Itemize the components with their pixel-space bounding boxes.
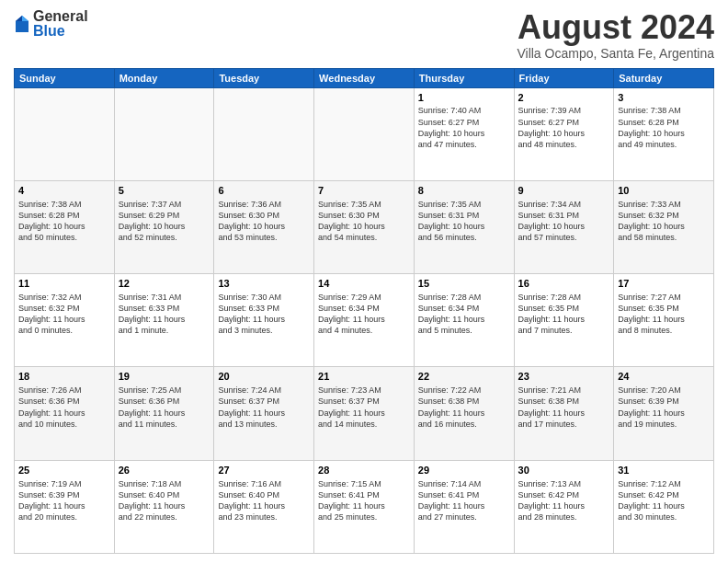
- calendar-week-row: 18Sunrise: 7:26 AM Sunset: 6:36 PM Dayli…: [15, 367, 714, 460]
- month-year-title: August 2024: [517, 9, 714, 46]
- day-detail: Sunrise: 7:35 AM Sunset: 6:31 PM Dayligh…: [418, 199, 510, 244]
- day-number: 18: [18, 370, 110, 384]
- table-row: 15Sunrise: 7:28 AM Sunset: 6:34 PM Dayli…: [414, 274, 514, 367]
- day-number: 13: [218, 277, 310, 291]
- table-row: 23Sunrise: 7:21 AM Sunset: 6:38 PM Dayli…: [514, 367, 614, 460]
- table-row: 27Sunrise: 7:16 AM Sunset: 6:40 PM Dayli…: [214, 460, 314, 553]
- table-row: [114, 87, 214, 180]
- table-row: 1Sunrise: 7:40 AM Sunset: 6:27 PM Daylig…: [414, 87, 514, 180]
- page: General Blue August 2024 Villa Ocampo, S…: [0, 0, 728, 563]
- day-detail: Sunrise: 7:23 AM Sunset: 6:37 PM Dayligh…: [318, 385, 410, 430]
- day-number: 10: [618, 184, 710, 198]
- day-number: 28: [318, 464, 410, 477]
- day-detail: Sunrise: 7:29 AM Sunset: 6:34 PM Dayligh…: [318, 292, 410, 337]
- day-detail: Sunrise: 7:37 AM Sunset: 6:29 PM Dayligh…: [119, 199, 210, 244]
- table-row: [15, 87, 115, 180]
- day-number: 26: [119, 464, 210, 477]
- table-row: 16Sunrise: 7:28 AM Sunset: 6:35 PM Dayli…: [514, 274, 614, 367]
- table-row: [214, 87, 314, 180]
- day-number: 16: [518, 277, 610, 291]
- day-detail: Sunrise: 7:36 AM Sunset: 6:30 PM Dayligh…: [218, 199, 310, 244]
- logo-text: General Blue: [33, 9, 88, 39]
- title-block: August 2024 Villa Ocampo, Santa Fe, Arge…: [517, 9, 714, 61]
- day-detail: Sunrise: 7:34 AM Sunset: 6:31 PM Dayligh…: [518, 199, 610, 244]
- table-row: 18Sunrise: 7:26 AM Sunset: 6:36 PM Dayli…: [15, 367, 115, 460]
- table-row: 12Sunrise: 7:31 AM Sunset: 6:33 PM Dayli…: [114, 274, 214, 367]
- day-number: 5: [119, 184, 210, 198]
- header: General Blue August 2024 Villa Ocampo, S…: [14, 9, 714, 61]
- table-row: 22Sunrise: 7:22 AM Sunset: 6:38 PM Dayli…: [414, 367, 514, 460]
- day-number: 6: [218, 184, 310, 198]
- day-number: 2: [518, 91, 610, 105]
- day-detail: Sunrise: 7:39 AM Sunset: 6:27 PM Dayligh…: [518, 105, 610, 150]
- day-detail: Sunrise: 7:26 AM Sunset: 6:36 PM Dayligh…: [18, 385, 110, 430]
- day-detail: Sunrise: 7:31 AM Sunset: 6:33 PM Dayligh…: [119, 292, 210, 337]
- calendar-week-row: 4Sunrise: 7:38 AM Sunset: 6:28 PM Daylig…: [15, 180, 714, 273]
- day-detail: Sunrise: 7:33 AM Sunset: 6:32 PM Dayligh…: [618, 199, 710, 244]
- table-row: 13Sunrise: 7:30 AM Sunset: 6:33 PM Dayli…: [214, 274, 314, 367]
- col-friday: Friday: [514, 68, 614, 87]
- day-number: 8: [418, 184, 510, 198]
- table-row: 28Sunrise: 7:15 AM Sunset: 6:41 PM Dayli…: [314, 460, 415, 553]
- day-number: 1: [418, 91, 510, 105]
- day-number: 15: [418, 277, 510, 291]
- svg-marker-2: [16, 16, 22, 21]
- day-number: 22: [418, 370, 510, 384]
- table-row: 30Sunrise: 7:13 AM Sunset: 6:42 PM Dayli…: [514, 460, 614, 553]
- day-detail: Sunrise: 7:25 AM Sunset: 6:36 PM Dayligh…: [119, 385, 210, 430]
- location-subtitle: Villa Ocampo, Santa Fe, Argentina: [517, 46, 714, 61]
- calendar-header-row: Sunday Monday Tuesday Wednesday Thursday…: [15, 68, 714, 87]
- col-monday: Monday: [114, 68, 214, 87]
- day-detail: Sunrise: 7:28 AM Sunset: 6:34 PM Dayligh…: [418, 292, 510, 337]
- logo: General Blue: [14, 9, 88, 39]
- col-saturday: Saturday: [614, 68, 714, 87]
- table-row: 11Sunrise: 7:32 AM Sunset: 6:32 PM Dayli…: [15, 274, 115, 367]
- svg-marker-1: [22, 16, 28, 21]
- day-detail: Sunrise: 7:27 AM Sunset: 6:35 PM Dayligh…: [618, 292, 710, 337]
- day-detail: Sunrise: 7:38 AM Sunset: 6:28 PM Dayligh…: [618, 105, 710, 150]
- table-row: 19Sunrise: 7:25 AM Sunset: 6:36 PM Dayli…: [114, 367, 214, 460]
- day-number: 14: [318, 277, 410, 291]
- day-detail: Sunrise: 7:24 AM Sunset: 6:37 PM Dayligh…: [218, 385, 310, 430]
- day-number: 23: [518, 370, 610, 384]
- day-detail: Sunrise: 7:35 AM Sunset: 6:30 PM Dayligh…: [318, 199, 410, 244]
- table-row: 7Sunrise: 7:35 AM Sunset: 6:30 PM Daylig…: [314, 180, 415, 273]
- day-detail: Sunrise: 7:15 AM Sunset: 6:41 PM Dayligh…: [318, 478, 410, 523]
- table-row: 2Sunrise: 7:39 AM Sunset: 6:27 PM Daylig…: [514, 87, 614, 180]
- day-detail: Sunrise: 7:13 AM Sunset: 6:42 PM Dayligh…: [518, 478, 610, 523]
- table-row: 24Sunrise: 7:20 AM Sunset: 6:39 PM Dayli…: [614, 367, 714, 460]
- table-row: 20Sunrise: 7:24 AM Sunset: 6:37 PM Dayli…: [214, 367, 314, 460]
- table-row: 29Sunrise: 7:14 AM Sunset: 6:41 PM Dayli…: [414, 460, 514, 553]
- day-detail: Sunrise: 7:16 AM Sunset: 6:40 PM Dayligh…: [218, 478, 310, 523]
- day-number: 29: [418, 464, 510, 477]
- day-detail: Sunrise: 7:18 AM Sunset: 6:40 PM Dayligh…: [119, 478, 210, 523]
- col-thursday: Thursday: [414, 68, 514, 87]
- day-number: 3: [618, 91, 710, 105]
- col-tuesday: Tuesday: [214, 68, 314, 87]
- calendar-week-row: 1Sunrise: 7:40 AM Sunset: 6:27 PM Daylig…: [15, 87, 714, 180]
- day-number: 11: [18, 277, 110, 291]
- table-row: 6Sunrise: 7:36 AM Sunset: 6:30 PM Daylig…: [214, 180, 314, 273]
- day-number: 31: [618, 464, 710, 477]
- day-number: 21: [318, 370, 410, 384]
- day-number: 30: [518, 464, 610, 477]
- col-sunday: Sunday: [15, 68, 115, 87]
- day-detail: Sunrise: 7:21 AM Sunset: 6:38 PM Dayligh…: [518, 385, 610, 430]
- table-row: 31Sunrise: 7:12 AM Sunset: 6:42 PM Dayli…: [614, 460, 714, 553]
- table-row: 10Sunrise: 7:33 AM Sunset: 6:32 PM Dayli…: [614, 180, 714, 273]
- day-detail: Sunrise: 7:30 AM Sunset: 6:33 PM Dayligh…: [218, 292, 310, 337]
- table-row: 9Sunrise: 7:34 AM Sunset: 6:31 PM Daylig…: [514, 180, 614, 273]
- col-wednesday: Wednesday: [314, 68, 415, 87]
- day-number: 24: [618, 370, 710, 384]
- day-detail: Sunrise: 7:38 AM Sunset: 6:28 PM Dayligh…: [18, 199, 110, 244]
- day-detail: Sunrise: 7:14 AM Sunset: 6:41 PM Dayligh…: [418, 478, 510, 523]
- day-number: 12: [119, 277, 210, 291]
- logo-general-text: General: [33, 9, 88, 24]
- table-row: 26Sunrise: 7:18 AM Sunset: 6:40 PM Dayli…: [114, 460, 214, 553]
- calendar-table: Sunday Monday Tuesday Wednesday Thursday…: [14, 68, 714, 554]
- table-row: 4Sunrise: 7:38 AM Sunset: 6:28 PM Daylig…: [15, 180, 115, 273]
- day-detail: Sunrise: 7:20 AM Sunset: 6:39 PM Dayligh…: [618, 385, 710, 430]
- table-row: 14Sunrise: 7:29 AM Sunset: 6:34 PM Dayli…: [314, 274, 415, 367]
- table-row: 25Sunrise: 7:19 AM Sunset: 6:39 PM Dayli…: [15, 460, 115, 553]
- day-detail: Sunrise: 7:28 AM Sunset: 6:35 PM Dayligh…: [518, 292, 610, 337]
